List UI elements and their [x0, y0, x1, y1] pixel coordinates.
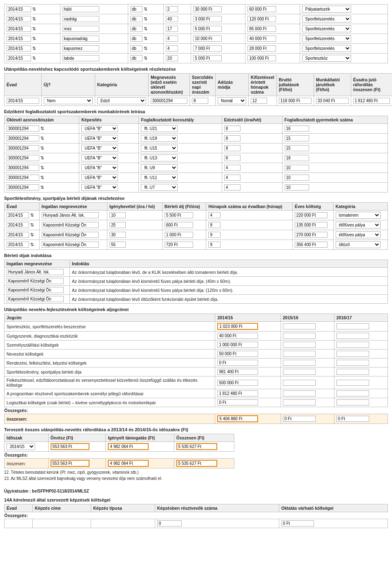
fac-kat-select[interactable]: élőfüves pálya [336, 222, 381, 229]
fac-igenybev-input[interactable] [109, 232, 126, 238]
cost-val2014[interactable] [217, 399, 258, 405]
cost-val2016[interactable] [336, 351, 369, 357]
eq-total-input[interactable] [247, 45, 276, 52]
ind-ingatlan-input[interactable] [7, 269, 64, 275]
cw-edzes-input[interactable] [224, 125, 241, 132]
fac-berleti-input[interactable] [165, 222, 193, 228]
eq-cat-select[interactable]: Sporteszköz [302, 55, 351, 62]
cw-edzes-input[interactable] [224, 184, 241, 190]
eq-name-input[interactable] [62, 36, 99, 42]
eq-qty-input[interactable] [166, 45, 178, 52]
cost-val2014[interactable] [217, 351, 258, 357]
eq-total-input[interactable] [247, 16, 276, 22]
fac-eves-input[interactable] [295, 212, 327, 218]
cw-korosztaly-select[interactable]: ffi. U9 [141, 164, 178, 171]
cw-kepesites-select[interactable]: UEFA "B" [81, 155, 118, 161]
eq-uprice-input[interactable] [193, 16, 222, 22]
cw-kepesites-select[interactable]: UEFA "B" [81, 125, 118, 132]
cw-kepesites-select[interactable]: UEFA "B" [81, 164, 118, 171]
cw-korosztaly-select[interactable]: ffi. U21 [141, 125, 178, 132]
eq-uprice-input[interactable] [193, 36, 222, 42]
cost-val2014[interactable] [217, 333, 258, 339]
cost-val2016[interactable] [336, 333, 369, 339]
eq-year-input[interactable] [7, 36, 31, 42]
cw-kepesites-select[interactable]: UEFA "B" [81, 174, 118, 181]
eq-total-input[interactable] [247, 6, 276, 12]
cost-val2016[interactable] [336, 342, 369, 348]
eq-uprice-input[interactable] [193, 6, 222, 12]
eq-total-input[interactable] [247, 36, 276, 42]
terv-sum-onresz[interactable] [51, 460, 89, 467]
fac-year-input[interactable] [7, 212, 29, 218]
cw-oklevel-input[interactable] [7, 135, 39, 141]
fac-kat-select[interactable]: öltöző [336, 241, 381, 248]
cw-kepesites-select[interactable]: UEFA "B" [81, 135, 118, 142]
eq-name-input[interactable] [62, 45, 99, 52]
fac-igenybev-input[interactable] [109, 242, 126, 248]
cw-kepesites-select[interactable]: UEFA "B" [81, 145, 118, 152]
eq-type-input[interactable] [130, 45, 143, 52]
coach-munkaltatoi-input[interactable] [316, 98, 349, 104]
eq-year-input[interactable] [7, 16, 31, 22]
eq-uprice-input[interactable] [193, 45, 222, 52]
cw-gyermekek-input[interactable] [285, 135, 309, 141]
cw-edzes-input[interactable] [224, 175, 241, 181]
cost-val2015[interactable] [283, 351, 316, 357]
coach-brutto-input[interactable] [279, 98, 312, 104]
eq-type-input[interactable] [130, 16, 143, 22]
eq-year-input[interactable] [7, 6, 31, 12]
cost-val2015[interactable] [283, 369, 316, 375]
terv-onresz-input[interactable] [51, 443, 89, 450]
fac-ingatlan-input[interactable] [42, 222, 99, 228]
cost-val2016[interactable] [336, 323, 369, 329]
eq-qty-input[interactable] [166, 26, 178, 32]
eq-type-input[interactable] [130, 26, 143, 32]
ind-ingatlan-input[interactable] [7, 287, 64, 293]
terv-sum-igenyeltt[interactable] [108, 460, 149, 467]
terv-igenyeltt-input[interactable] [108, 443, 149, 450]
terv-sum-ossz[interactable] [176, 460, 217, 467]
cost-val2015[interactable] [283, 390, 316, 397]
fac-berleti-input[interactable] [165, 242, 193, 248]
cw-korosztaly-select[interactable]: ffi. U7 [141, 184, 178, 191]
cw-gyermekek-input[interactable] [285, 155, 309, 161]
eq-uprice-input[interactable] [193, 26, 222, 32]
cost-val2014[interactable] [217, 380, 258, 386]
eq-type-input[interactable] [130, 55, 143, 61]
coach-adozas-select[interactable]: Nomál [218, 97, 246, 104]
cw-korosztaly-select[interactable]: ffi. U19 [141, 135, 178, 142]
cost-val2016[interactable] [336, 369, 369, 375]
eq-year-input[interactable] [7, 26, 31, 32]
eq-name-input[interactable] [62, 55, 99, 61]
cw-edzes-input[interactable] [224, 135, 241, 141]
cost-val2015[interactable] [283, 342, 316, 348]
cw-oklevel-input[interactable] [7, 145, 39, 151]
fac-igenybev-input[interactable] [109, 222, 126, 228]
costs-total-2016[interactable] [336, 416, 369, 422]
eq-total-input[interactable] [247, 55, 276, 61]
fac-ingatlan-input[interactable] [42, 242, 99, 248]
kep-sum-koltseg[interactable] [281, 520, 314, 526]
fac-kat-select[interactable]: élőfüves pálya [336, 231, 381, 238]
cw-gyermekek-input[interactable] [285, 184, 309, 190]
eq-name-input[interactable] [62, 26, 99, 32]
coach-uj-select[interactable]: NemIgen [44, 97, 93, 104]
coach-azonosito-input[interactable] [151, 98, 187, 104]
cost-val2016[interactable] [336, 360, 369, 366]
ind-ingatlan-input[interactable] [7, 296, 64, 302]
coach-napi-ora-input[interactable] [192, 98, 208, 104]
cost-val2015[interactable] [283, 360, 316, 366]
kep-sum-resztvevok[interactable] [157, 520, 182, 526]
eq-name-input[interactable] [62, 16, 99, 22]
terv-ossz-input[interactable] [176, 443, 217, 450]
eq-qty-input[interactable] [166, 6, 178, 12]
costs-total-2015[interactable] [283, 416, 316, 422]
eq-year-input[interactable] [7, 55, 31, 61]
fac-year-input[interactable] [7, 232, 29, 238]
fac-kat-select[interactable]: tomaterem [336, 212, 381, 219]
fac-eves-input[interactable] [295, 232, 327, 238]
cw-korosztaly-select[interactable]: ffi. U11 [141, 174, 178, 181]
eq-cat-select[interactable]: Pályatartozék [302, 6, 351, 13]
eq-cat-select[interactable]: Sportfelszerelés [302, 25, 351, 32]
cw-korosztaly-select[interactable]: ffi. U15 [141, 145, 178, 152]
